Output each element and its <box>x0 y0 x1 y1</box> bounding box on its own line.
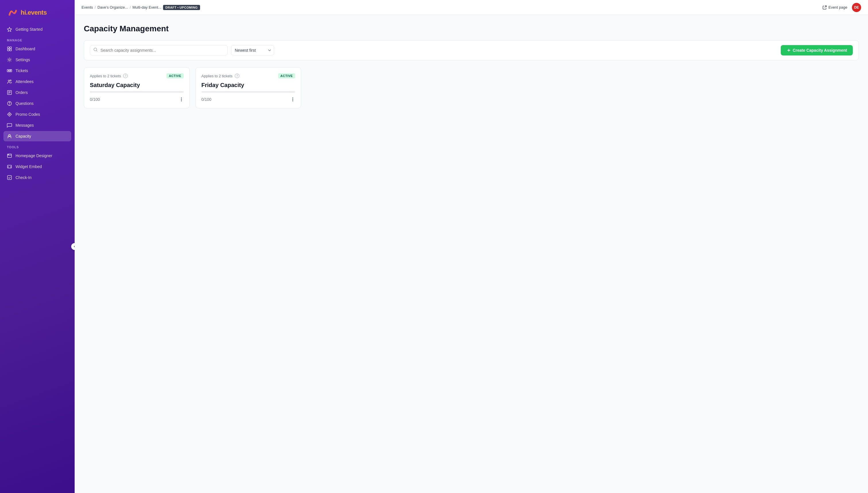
svg-point-31 <box>181 101 182 102</box>
breadcrumb-sep-1: / <box>95 5 96 9</box>
breadcrumb-org[interactable]: Dave's Organize... <box>97 5 128 9</box>
manage-section-label: Manage <box>3 35 71 44</box>
svg-point-26 <box>94 48 97 51</box>
widget-embed-icon <box>7 164 12 169</box>
breadcrumb-sep-2: / <box>130 5 131 9</box>
active-badge: ACTIVE <box>278 73 295 79</box>
messages-icon <box>7 123 12 128</box>
progress-bar <box>202 91 295 92</box>
sidebar-item-label: Orders <box>16 90 28 95</box>
questions-icon <box>7 101 12 106</box>
sidebar-item-label: Dashboard <box>16 46 35 51</box>
create-capacity-assignment-button[interactable]: Create Capacity Assignment <box>781 45 853 56</box>
settings-icon <box>7 57 12 62</box>
promo-codes-icon <box>7 112 12 117</box>
sidebar-item-label: Questions <box>16 101 33 106</box>
svg-rect-4 <box>10 49 12 51</box>
capacity-count: 0/100 <box>202 97 211 102</box>
topbar: Events / Dave's Organize... / Multi-day … <box>75 0 868 15</box>
more-icon <box>292 97 293 102</box>
dashboard-icon <box>7 46 12 51</box>
svg-point-34 <box>293 101 293 102</box>
event-page-label: Event page <box>828 5 847 9</box>
sidebar-item-promo-codes[interactable]: Promo Codes <box>3 109 71 120</box>
svg-point-32 <box>293 98 293 99</box>
svg-point-29 <box>181 98 182 99</box>
search-icon <box>93 47 98 53</box>
help-icon[interactable]: ? <box>123 73 128 78</box>
search-wrapper <box>90 45 228 56</box>
sidebar-item-check-in[interactable]: Check-In <box>3 172 71 183</box>
more-options-button[interactable] <box>291 96 295 103</box>
event-page-link[interactable]: Event page <box>823 5 847 9</box>
svg-point-5 <box>8 59 10 61</box>
applies-to-label: Applies to 2 tickets <box>202 74 232 78</box>
svg-marker-0 <box>7 27 12 31</box>
external-link-icon <box>823 5 827 9</box>
breadcrumb-event[interactable]: Multi-day Event... <box>133 5 161 9</box>
sidebar-item-label: Tickets <box>16 68 28 73</box>
search-input[interactable] <box>90 45 228 56</box>
card-footer: 0/100 <box>202 96 295 103</box>
attendees-icon <box>7 79 12 84</box>
card-title: Friday Capacity <box>202 82 295 88</box>
content-area: Capacity Management Newest first Oldest … <box>75 15 868 493</box>
logo[interactable]: hi.events <box>0 0 75 24</box>
svg-point-11 <box>8 80 10 82</box>
star-icon <box>7 27 12 32</box>
orders-icon <box>7 90 12 95</box>
card-header: Applies to 2 tickets ? ACTIVE <box>90 73 184 79</box>
plus-icon <box>786 48 791 52</box>
tickets-icon <box>7 68 12 73</box>
sidebar: hi.events Getting Started Manage Dashboa… <box>0 0 75 493</box>
card-header: Applies to 2 tickets ? ACTIVE <box>202 73 295 79</box>
avatar[interactable]: DE <box>852 3 861 12</box>
svg-point-20 <box>8 134 10 136</box>
more-options-button[interactable] <box>179 96 184 103</box>
svg-rect-2 <box>10 47 12 48</box>
tools-section-label: Tools <box>3 142 71 151</box>
sidebar-item-attendees[interactable]: Attendees <box>3 77 71 87</box>
sort-select[interactable]: Newest first Oldest first Name A-Z Name … <box>231 45 274 56</box>
toolbar: Newest first Oldest first Name A-Z Name … <box>84 40 859 60</box>
help-icon[interactable]: ? <box>235 73 239 78</box>
check-in-icon <box>7 175 12 180</box>
sidebar-item-label: Capacity <box>16 134 31 138</box>
sidebar-item-label: Check-In <box>16 175 31 180</box>
card-footer: 0/100 <box>90 96 184 103</box>
breadcrumb-events[interactable]: Events <box>82 5 93 9</box>
main-area: Events / Dave's Organize... / Multi-day … <box>75 0 868 493</box>
sidebar-item-tickets[interactable]: Tickets <box>3 65 71 76</box>
sidebar-item-homepage-designer[interactable]: Homepage Designer <box>3 151 71 161</box>
sidebar-item-capacity[interactable]: Capacity <box>3 131 71 141</box>
sidebar-item-questions[interactable]: Questions <box>3 98 71 109</box>
card-meta: Applies to 2 tickets ? <box>90 73 128 78</box>
active-badge: ACTIVE <box>166 73 183 79</box>
svg-rect-3 <box>7 49 9 51</box>
svg-point-33 <box>293 99 293 100</box>
sidebar-item-label: Homepage Designer <box>16 153 52 158</box>
logo-text: hi.events <box>21 9 47 16</box>
create-button-label: Create Capacity Assignment <box>793 48 847 52</box>
capacity-card-saturday: Applies to 2 tickets ? ACTIVE Saturday C… <box>84 67 190 108</box>
more-icon <box>181 97 182 102</box>
sidebar-nav: Getting Started Manage Dashboard Setting… <box>0 24 75 493</box>
sidebar-item-widget-embed[interactable]: Widget Embed <box>3 162 71 172</box>
svg-point-30 <box>181 99 182 100</box>
logo-icon <box>7 7 18 18</box>
capacity-card-friday: Applies to 2 tickets ? ACTIVE Friday Cap… <box>196 67 301 108</box>
sidebar-item-getting-started[interactable]: Getting Started <box>3 24 71 35</box>
svg-point-23 <box>8 154 8 155</box>
progress-bar <box>90 91 184 92</box>
sidebar-item-messages[interactable]: Messages <box>3 120 71 130</box>
sidebar-item-orders[interactable]: Orders <box>3 87 71 98</box>
svg-rect-25 <box>7 175 12 179</box>
sidebar-item-label: Getting Started <box>16 27 43 31</box>
sidebar-item-dashboard[interactable]: Dashboard <box>3 44 71 54</box>
svg-point-18 <box>9 105 10 105</box>
sidebar-item-settings[interactable]: Settings <box>3 55 71 65</box>
capacity-count: 0/100 <box>90 97 100 102</box>
applies-to-label: Applies to 2 tickets <box>90 74 121 78</box>
topbar-right: Event page DE <box>823 3 861 12</box>
capacity-cards-grid: Applies to 2 tickets ? ACTIVE Saturday C… <box>84 67 859 108</box>
